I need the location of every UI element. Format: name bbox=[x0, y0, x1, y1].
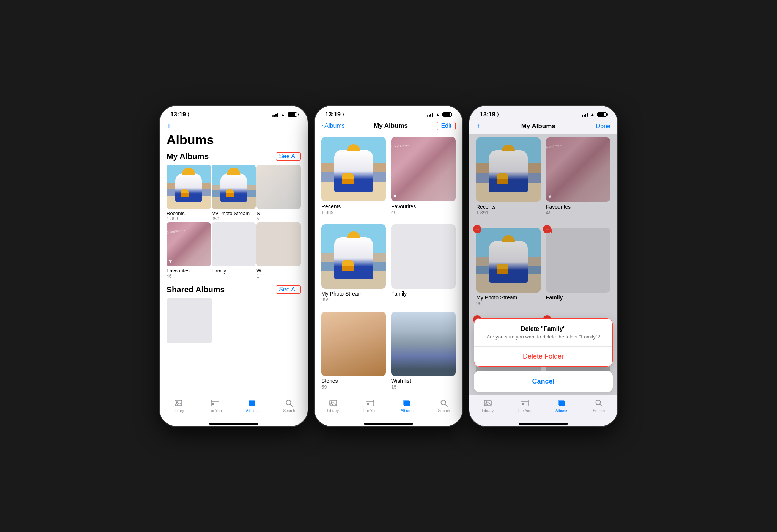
my-albums-grid: Recents 1 888 My Photo Stream bbox=[160, 165, 308, 279]
albums-header: + Albums bbox=[160, 120, 308, 152]
album2-wishlist[interactable]: Wish list 15 bbox=[391, 312, 456, 391]
tab-label-search-3: Search bbox=[593, 409, 605, 413]
album2-thumb-favourites: ♥ bbox=[391, 137, 456, 201]
tab-bar-1: Library For You Albums bbox=[160, 395, 308, 420]
tab-foryou-1[interactable]: For You bbox=[197, 398, 234, 413]
album2-name-stories: Stories bbox=[321, 378, 386, 384]
album-family[interactable]: Family bbox=[212, 222, 256, 279]
signal-icon-2 bbox=[427, 112, 433, 117]
albums-grid-2[interactable]: Recents 1 889 ♥ Favourites 46 bbox=[315, 133, 462, 395]
heart-icon-2: ♥ bbox=[393, 193, 396, 199]
album-s[interactable]: S 5 bbox=[256, 165, 301, 222]
status-time-3: 13:19 ⟩ bbox=[480, 111, 499, 118]
battery-icon-3 bbox=[597, 112, 607, 117]
shared-album-thumb[interactable] bbox=[167, 298, 212, 343]
delete-dialog-overlay: Delete "Family" Are you sure you want to… bbox=[469, 134, 617, 395]
dialog-message: Are you sure you want to delete the fold… bbox=[474, 334, 612, 346]
album-name-favourites: Favourites bbox=[167, 268, 211, 274]
status-time-1: 13:19 ⟩ bbox=[170, 111, 189, 118]
chevron-left-icon: ‹ bbox=[321, 123, 323, 129]
search-icon-tab bbox=[285, 398, 294, 408]
svg-rect-19 bbox=[522, 403, 524, 405]
tab-albums-1[interactable]: Albums bbox=[234, 398, 271, 413]
status-bar-1: 13:19 ⟩ ▲ bbox=[160, 106, 308, 120]
delete-folder-button[interactable]: Delete Folder bbox=[474, 346, 612, 366]
library-icon bbox=[174, 398, 183, 408]
albums-icon-active bbox=[248, 398, 257, 408]
tab-library-2[interactable]: Library bbox=[315, 398, 352, 413]
tab-label-library-1: Library bbox=[172, 409, 184, 413]
status-bar-2: 13:19 ⟩ ▲ bbox=[315, 106, 462, 120]
nav-bar-3: + My Albums Done bbox=[469, 120, 617, 134]
dialog-title: Delete "Family" bbox=[474, 319, 612, 334]
home-indicator-2 bbox=[364, 423, 413, 425]
album2-count-recents: 1 889 bbox=[321, 209, 386, 215]
svg-line-23 bbox=[600, 404, 602, 406]
shared-albums-section: Shared Albums See All bbox=[160, 279, 308, 343]
tab-albums-2[interactable]: Albums bbox=[388, 398, 426, 413]
screen2: 13:19 ⟩ ▲ ‹ Albums My bbox=[315, 106, 462, 426]
status-icons-1: ▲ bbox=[272, 112, 297, 118]
album2-photostream[interactable]: My Photo Stream 959 bbox=[321, 224, 386, 304]
cancel-button[interactable]: Cancel bbox=[474, 371, 613, 392]
album2-name-favourites: Favourites bbox=[391, 203, 456, 209]
library-icon-2 bbox=[329, 398, 338, 408]
done-button[interactable]: Done bbox=[596, 123, 610, 130]
location-icon-3: ⟩ bbox=[497, 112, 499, 117]
heart-icon: ♥ bbox=[169, 258, 172, 264]
add-button[interactable]: + bbox=[167, 121, 301, 131]
album-name-recents: Recents bbox=[167, 211, 211, 216]
home-indicator-1 bbox=[209, 423, 258, 425]
tab-foryou-2[interactable]: For You bbox=[352, 398, 389, 413]
add-button-3[interactable]: + bbox=[476, 122, 481, 131]
tab-label-foryou-1: For You bbox=[209, 409, 222, 413]
shared-albums-header: Shared Albums See All bbox=[167, 285, 301, 294]
foryou-icon bbox=[211, 398, 220, 408]
album-favourites[interactable]: ♥ Favourites 46 bbox=[167, 222, 211, 279]
status-icons-2: ▲ bbox=[427, 112, 452, 118]
tab-search-2[interactable]: Search bbox=[426, 398, 463, 413]
album-count-s: 5 bbox=[256, 216, 301, 222]
svg-rect-21 bbox=[558, 400, 564, 405]
album2-favourites[interactable]: ♥ Favourites 46 bbox=[391, 137, 456, 217]
shared-albums-label: Shared Albums bbox=[167, 285, 225, 294]
album-thumb-w bbox=[256, 222, 301, 267]
album-thumb-photostream bbox=[212, 165, 256, 209]
tab-bar-3: Library For You Albums bbox=[469, 395, 617, 420]
album2-recents[interactable]: Recents 1 889 bbox=[321, 137, 386, 217]
svg-rect-0 bbox=[175, 400, 182, 406]
album2-count-wishlist: 15 bbox=[391, 384, 456, 390]
albums-scroll[interactable]: My Albums See All bbox=[160, 152, 308, 395]
album-photostream[interactable]: My Photo Stream 959 bbox=[212, 165, 256, 222]
album2-name-family: Family bbox=[391, 291, 456, 297]
album-w[interactable]: W 1 bbox=[256, 222, 301, 279]
back-button[interactable]: ‹ Albums bbox=[321, 123, 345, 129]
shared-albums-see-all[interactable]: See All bbox=[276, 285, 301, 294]
tab-albums-3[interactable]: Albums bbox=[543, 398, 580, 413]
svg-line-15 bbox=[445, 404, 447, 406]
albums-page-title: Albums bbox=[167, 132, 301, 147]
nav-title-2: My Albums bbox=[374, 122, 408, 130]
album2-stories[interactable]: Stories 59 bbox=[321, 312, 386, 391]
album-count-w: 1 bbox=[256, 274, 301, 279]
album-name-s: S bbox=[256, 211, 301, 216]
album-recents[interactable]: Recents 1 888 bbox=[167, 165, 211, 222]
album2-name-wishlist: Wish list bbox=[391, 378, 456, 384]
album-count-photostream: 959 bbox=[212, 216, 256, 222]
my-albums-see-all[interactable]: See All bbox=[276, 152, 301, 161]
album-thumb-recents bbox=[167, 165, 211, 209]
tab-search-1[interactable]: Search bbox=[271, 398, 308, 413]
edit-button[interactable]: Edit bbox=[437, 122, 456, 130]
album-count-recents: 1 888 bbox=[167, 216, 211, 222]
my-albums-header: My Albums See All bbox=[167, 152, 301, 161]
album2-family[interactable]: Family bbox=[391, 224, 456, 304]
tab-search-3[interactable]: Search bbox=[580, 398, 618, 413]
tab-label-foryou-2: For You bbox=[363, 409, 376, 413]
tab-library-1[interactable]: Library bbox=[160, 398, 197, 413]
tab-foryou-3[interactable]: For You bbox=[506, 398, 544, 413]
dialog-inner: Delete "Family" Are you sure you want to… bbox=[474, 318, 613, 367]
tab-label-albums-1: Albums bbox=[246, 409, 258, 413]
tab-library-3[interactable]: Library bbox=[469, 398, 506, 413]
wifi-icon: ▲ bbox=[280, 112, 285, 118]
signal-icon-3 bbox=[582, 112, 588, 117]
